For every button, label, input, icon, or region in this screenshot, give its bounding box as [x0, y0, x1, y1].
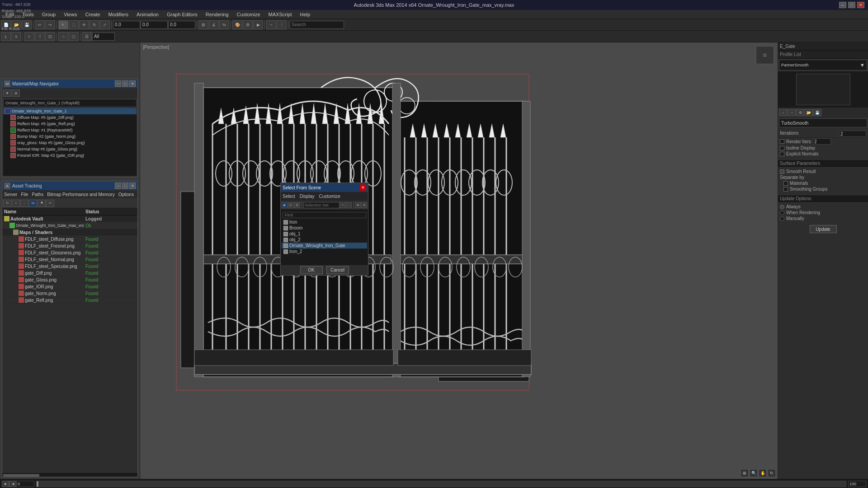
- menu-maxscript[interactable]: MAXScript: [265, 11, 296, 18]
- asset-row-fdlf-specular[interactable]: FDLF_steel_Specular.png Found: [2, 263, 137, 270]
- materials-checkbox[interactable]: [783, 181, 788, 186]
- main-viewport[interactable]: [Perspective]: [140, 42, 778, 479]
- sfs-item-obj2[interactable]: obj_2: [282, 237, 367, 243]
- asset-row-main-file[interactable]: Ornate_Wrought_Iron_Gate_max_vray.max Ok: [2, 222, 137, 229]
- align-btn[interactable]: ⊦: [24, 32, 34, 41]
- sfs-item-broom[interactable]: Broom: [282, 225, 367, 231]
- undo-btn[interactable]: ↩: [35, 20, 45, 29]
- mat-nav-item-7[interactable]: Fresnel IOR: Map #2 (gate_IOR.png): [3, 152, 137, 159]
- asset-minimize-btn[interactable]: ─: [115, 183, 121, 189]
- smoothing-groups-checkbox[interactable]: [783, 187, 788, 192]
- search-bar[interactable]: [290, 21, 344, 29]
- mat-navigator-titlebar[interactable]: M Material/Map Navigator ─ □ ✕: [2, 79, 137, 88]
- asset-row-maps-group[interactable]: Maps / Shaders: [2, 229, 137, 236]
- right-tb-save[interactable]: 💾: [813, 109, 821, 116]
- asset-row-fdlf-gloss[interactable]: FDLF_steel_Glossness.png Found: [2, 249, 137, 256]
- mat-nav-restore-btn[interactable]: □: [122, 80, 128, 87]
- scale-btn[interactable]: ⤢: [100, 20, 110, 29]
- coordinate-y[interactable]: [141, 21, 168, 29]
- asset-tb-resolve[interactable]: ⚑: [38, 200, 46, 207]
- right-material-name[interactable]: TurboSmooth: [779, 118, 867, 127]
- sfs-tb-btn1[interactable]: ◉: [282, 202, 288, 208]
- asset-row-gate-norm[interactable]: gate_Norm.png Found: [2, 290, 137, 297]
- asset-menu-options[interactable]: Options: [118, 192, 134, 197]
- mat-nav-item-6[interactable]: Normal Map #5 (gate_Gloss.png): [3, 146, 137, 152]
- asset-tb-strip[interactable]: ✂: [46, 200, 54, 207]
- asset-row-gate-ior[interactable]: gate_IOR.png Found: [2, 283, 137, 290]
- sfs-find-input[interactable]: [283, 212, 366, 218]
- asset-row-gate-gloss[interactable]: gate_Gloss.png Found: [2, 277, 137, 283]
- move-btn[interactable]: ✛: [79, 20, 89, 29]
- asset-scrollbar-thumb[interactable]: [3, 474, 39, 477]
- timeline-play-btn[interactable]: ▶: [2, 481, 9, 487]
- select-region-btn[interactable]: ⬚: [69, 20, 79, 29]
- rotate-btn[interactable]: ↻: [90, 20, 99, 29]
- explicit-checkbox[interactable]: [780, 152, 784, 156]
- right-tb-options[interactable]: ⚙: [796, 109, 804, 116]
- menu-customize[interactable]: Customize: [233, 11, 264, 18]
- isoline-checkbox[interactable]: [780, 146, 784, 150]
- asset-tb-add[interactable]: +: [12, 200, 20, 207]
- right-profile-dropdown[interactable]: PartnerSmooth ▼: [779, 60, 867, 70]
- coordinate-x[interactable]: [113, 21, 140, 29]
- close-btn[interactable]: ✕: [857, 2, 864, 8]
- render-iters-checkbox[interactable]: [780, 139, 784, 144]
- sfs-menu-select[interactable]: Select: [283, 194, 295, 199]
- menu-rendering[interactable]: Rendering: [202, 11, 232, 18]
- curve-editor-btn[interactable]: ~: [266, 20, 276, 29]
- asset-menu-bitmap-perf[interactable]: Bitmap Performance and Memory: [47, 192, 115, 197]
- select-from-scene-titlebar[interactable]: Select From Scene ✕: [281, 183, 368, 192]
- coordinate-z[interactable]: [168, 21, 195, 29]
- schematic-view-btn[interactable]: ⋮: [277, 20, 287, 29]
- mat-nav-item-1[interactable]: Diffuse Map: #5 (gate_Diff.png): [3, 114, 137, 121]
- select-from-scene-close-btn[interactable]: ✕: [360, 184, 366, 191]
- redo-btn[interactable]: ↪: [45, 20, 55, 29]
- menu-help[interactable]: Help: [297, 11, 314, 18]
- mat-nav-item-3[interactable]: Reflect Map: #1 (RaytraceMtrl): [3, 127, 137, 133]
- asset-close-btn[interactable]: ✕: [129, 183, 136, 189]
- mat-nav-item-0[interactable]: Ornate_Wrought_Iron_Gate_1: [3, 108, 137, 114]
- sfs-item-gate[interactable]: Ornate_Wrought_Iron_Gate: [282, 243, 367, 249]
- mat-nav-item-4[interactable]: Bump Map: #2 (gate_Norm.png): [3, 133, 137, 140]
- sfs-menu-customize[interactable]: Customize: [319, 194, 340, 199]
- viewport-nav-cube[interactable]: ⊡: [756, 46, 774, 64]
- sfs-item-obj1[interactable]: obj_1: [282, 231, 367, 237]
- sfs-selection-set-input[interactable]: [303, 202, 340, 208]
- selection-filter[interactable]: [92, 33, 115, 41]
- mat-nav-minimize-btn[interactable]: ─: [115, 80, 121, 87]
- sfs-tb-collapse[interactable]: ⊖: [361, 202, 367, 208]
- when-rendering-radio[interactable]: [780, 211, 784, 215]
- layer-btn[interactable]: L: [1, 32, 11, 41]
- menu-create[interactable]: Create: [81, 11, 104, 18]
- timeline-frame-input[interactable]: [16, 481, 34, 487]
- menu-group[interactable]: Group: [38, 11, 60, 18]
- menu-animation[interactable]: Animation: [133, 11, 162, 18]
- angle-snap-btn[interactable]: ∡: [209, 20, 219, 29]
- render-setup-btn[interactable]: ⚙: [243, 20, 253, 29]
- layer-manager-btn[interactable]: ≡: [11, 32, 21, 41]
- named-selection-btn[interactable]: ☰: [82, 32, 92, 41]
- sfs-cancel-btn[interactable]: Cancel: [326, 266, 349, 274]
- mat-nav-item-5[interactable]: vray_gloss: Map #5 (gate_Gloss.png): [3, 140, 137, 146]
- asset-row-fdlf-diffuse[interactable]: FDLF_steel_Diffuse.png Found: [2, 236, 137, 243]
- orbit-btn[interactable]: ↻: [768, 469, 776, 477]
- zoom-btn[interactable]: 🔍: [750, 469, 758, 477]
- sfs-item-iron2[interactable]: Iron_2: [282, 249, 367, 254]
- sfs-tb-btn3[interactable]: ☰: [294, 202, 300, 208]
- sfs-tb-add-set[interactable]: +: [340, 202, 346, 208]
- snap-btn[interactable]: ⊞: [198, 20, 208, 29]
- menu-views[interactable]: Views: [60, 11, 80, 18]
- pan-btn[interactable]: ✋: [759, 469, 767, 477]
- material-editor-btn[interactable]: 🎨: [232, 20, 242, 29]
- prop-render-iters-input[interactable]: [813, 138, 831, 145]
- sfs-tb-btn2[interactable]: ⊡: [288, 202, 294, 208]
- prop-iterations-input[interactable]: [839, 131, 866, 137]
- asset-row-fdlf-normal[interactable]: FDLF_steel_Normal.png Found: [2, 256, 137, 263]
- menu-graph-editors[interactable]: Graph Editors: [163, 11, 201, 18]
- smooth-result-checkbox[interactable]: [780, 169, 784, 174]
- maximize-btn[interactable]: □: [848, 2, 855, 8]
- right-tb-sample[interactable]: ○: [779, 109, 787, 116]
- right-tb-load[interactable]: 📂: [805, 109, 813, 116]
- timeline-cursor[interactable]: [37, 481, 38, 487]
- manually-radio[interactable]: [780, 216, 784, 221]
